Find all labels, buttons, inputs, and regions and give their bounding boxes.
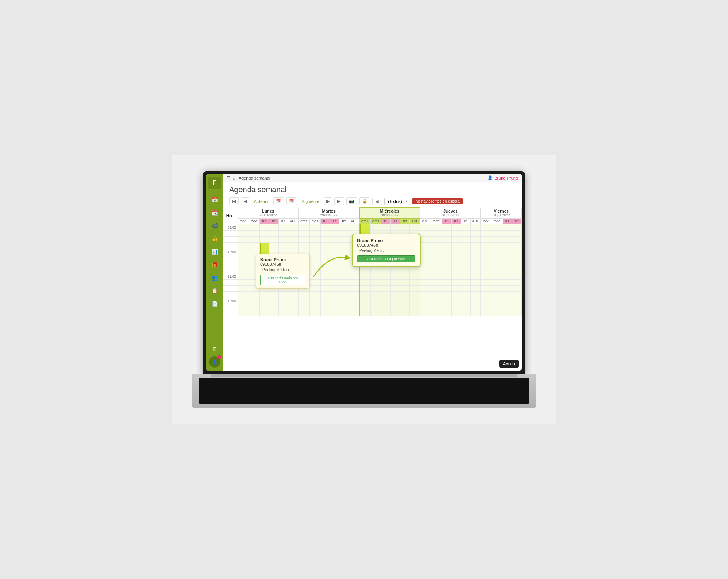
next-page-button[interactable]: ▶ xyxy=(324,197,332,205)
calendar-cell[interactable] xyxy=(298,243,310,249)
calendar-cell[interactable] xyxy=(481,292,492,298)
calendar-cell[interactable] xyxy=(310,224,321,231)
calendar-cell[interactable] xyxy=(461,310,471,316)
calendar-cell[interactable] xyxy=(269,224,279,231)
calendar-cell[interactable] xyxy=(431,224,442,231)
calendar-cell[interactable] xyxy=(451,237,461,243)
calendar-cell[interactable] xyxy=(451,273,461,280)
calendar-cell-miercoles[interactable] xyxy=(359,310,371,316)
calendar-cell[interactable] xyxy=(481,304,492,310)
calendar-cell[interactable] xyxy=(310,237,321,243)
help-button[interactable]: Ayuda xyxy=(499,360,519,368)
calendar-cell-miercoles[interactable] xyxy=(381,292,391,298)
first-page-button[interactable]: |◀ xyxy=(229,197,239,205)
calendar-cell-miercoles[interactable] xyxy=(400,292,410,298)
calendar-cell[interactable] xyxy=(481,243,492,249)
calendar-cell[interactable] xyxy=(512,243,522,249)
calendar-cell[interactable] xyxy=(431,304,442,310)
calendar-cell[interactable] xyxy=(470,273,480,280)
calendar-cell-miercoles[interactable] xyxy=(359,273,371,280)
calendar-cell[interactable] xyxy=(461,231,471,237)
calendar-cell[interactable] xyxy=(512,292,522,298)
calendar-cell[interactable] xyxy=(442,243,451,249)
prev-label-button[interactable]: Anterior xyxy=(252,198,271,205)
calendar-cell[interactable] xyxy=(339,298,349,304)
calendar-cell-miercoles[interactable] xyxy=(370,273,381,280)
calendar-cell[interactable] xyxy=(470,267,480,273)
calendar-cell[interactable] xyxy=(320,310,330,316)
popup-small-confirm-button[interactable]: Cita confirmada por SMS xyxy=(260,275,305,285)
calendar-cell-miercoles[interactable] xyxy=(359,286,371,292)
calendar-cell[interactable] xyxy=(503,267,512,273)
calendar-cell[interactable] xyxy=(431,298,442,304)
calendar-cell[interactable] xyxy=(320,261,330,267)
calendar-cell-miercoles[interactable] xyxy=(381,273,391,280)
calendar-cell[interactable] xyxy=(420,292,431,298)
sidebar-item-like[interactable]: 👍 xyxy=(209,233,220,244)
calendar-cell[interactable] xyxy=(481,249,492,255)
calendar-cell[interactable] xyxy=(310,286,321,292)
calendar-cell[interactable] xyxy=(260,237,269,243)
calendar-cell[interactable] xyxy=(461,237,471,243)
calendar-cell[interactable] xyxy=(260,231,269,237)
calendar-cell[interactable] xyxy=(320,249,330,255)
calendar-cell[interactable] xyxy=(238,292,249,298)
calendar-cell[interactable] xyxy=(339,255,349,261)
calendar-cell[interactable] xyxy=(431,249,442,255)
calendar-cell-miercoles[interactable] xyxy=(381,298,391,304)
calendar-cell[interactable] xyxy=(442,292,451,298)
calendar-cell[interactable] xyxy=(349,310,359,316)
calendar-cell[interactable] xyxy=(461,224,471,231)
menu-icon[interactable]: ☰ xyxy=(227,175,231,180)
calendar-cell[interactable] xyxy=(512,231,522,237)
calendar-cell[interactable] xyxy=(298,298,310,304)
calendar-cell[interactable] xyxy=(339,249,349,255)
calendar-cell[interactable] xyxy=(503,224,512,231)
calendar-cell[interactable] xyxy=(349,286,359,292)
calendar-cell[interactable] xyxy=(420,261,431,267)
calendar-cell[interactable] xyxy=(512,304,522,310)
calendar-cell[interactable] xyxy=(288,243,298,249)
calendar-cell[interactable] xyxy=(451,280,461,286)
sidebar-item-chart[interactable]: 📊 xyxy=(209,246,220,257)
calendar-cell[interactable] xyxy=(420,286,431,292)
calendar-cell[interactable] xyxy=(431,292,442,298)
calendar-cell[interactable] xyxy=(461,273,471,280)
calendar-cell[interactable] xyxy=(260,304,269,310)
calendar-cell[interactable] xyxy=(320,237,330,243)
calendar-cell[interactable] xyxy=(310,231,321,237)
calendar-cell-miercoles[interactable] xyxy=(410,267,420,273)
calendar-cell[interactable] xyxy=(451,304,461,310)
calendar-cell[interactable] xyxy=(420,243,431,249)
calendar-cell-miercoles[interactable] xyxy=(359,298,371,304)
calendar-cell[interactable] xyxy=(330,273,339,280)
calendar-cell[interactable] xyxy=(492,267,503,273)
calendar-cell[interactable] xyxy=(330,298,339,304)
calendar-cell[interactable] xyxy=(512,310,522,316)
calendar-cell[interactable] xyxy=(492,224,503,231)
calendar-cell-miercoles[interactable] xyxy=(370,267,381,273)
calendar-cell[interactable] xyxy=(503,286,512,292)
filter-select-wrap[interactable]: (Todos) xyxy=(384,198,410,205)
calendar-cell[interactable] xyxy=(298,224,310,231)
calendar-cell-miercoles[interactable] xyxy=(410,310,420,316)
sidebar-item-doc[interactable]: 📋 xyxy=(209,285,220,296)
calendar-cell-miercoles[interactable] xyxy=(410,280,420,286)
calendar-cell[interactable] xyxy=(512,237,522,243)
calendar-cell-miercoles[interactable] xyxy=(370,304,381,310)
calendar-cell[interactable] xyxy=(451,261,461,267)
calendar-cell[interactable] xyxy=(451,310,461,316)
calendar-cell[interactable] xyxy=(238,243,249,249)
calendar-cell[interactable] xyxy=(238,224,249,231)
calendar-cell[interactable] xyxy=(269,243,279,249)
calendar-cell[interactable] xyxy=(512,273,522,280)
calendar-cell-miercoles[interactable] xyxy=(370,286,381,292)
calendar-cell-miercoles[interactable] xyxy=(400,304,410,310)
calendar-cell[interactable] xyxy=(431,280,442,286)
calendar-cell[interactable] xyxy=(461,292,471,298)
calendar-cell[interactable] xyxy=(320,255,330,261)
calendar-cell[interactable] xyxy=(288,298,298,304)
calendar-cell[interactable] xyxy=(442,224,451,231)
calendar-cell-miercoles[interactable] xyxy=(381,310,391,316)
calendar-cell[interactable] xyxy=(470,231,480,237)
